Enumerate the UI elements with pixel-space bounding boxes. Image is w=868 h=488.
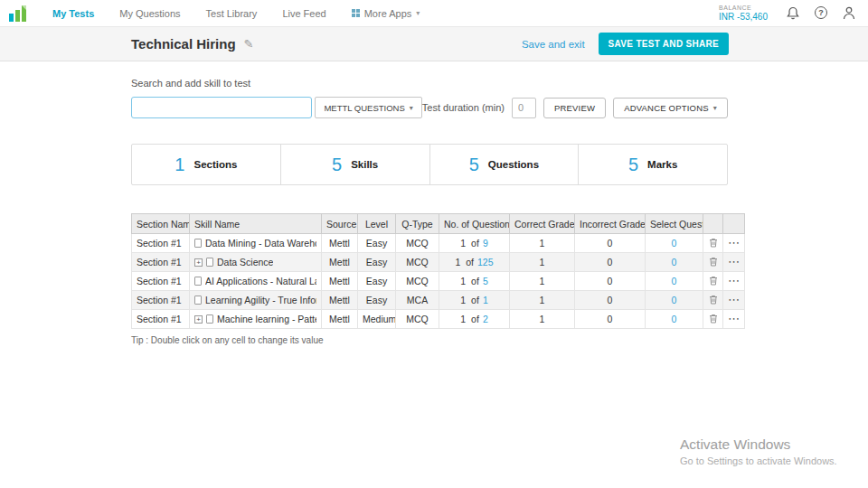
section-cell[interactable]: Section #1: [132, 310, 190, 329]
question-total-link[interactable]: 2: [483, 314, 488, 324]
qtype-cell[interactable]: MCQ: [396, 272, 439, 291]
incorrect-grade-cell[interactable]: 0: [575, 253, 646, 272]
trash-icon[interactable]: [709, 295, 718, 305]
nav-live-feed[interactable]: Live Feed: [282, 8, 326, 19]
question-total-link[interactable]: 1: [483, 295, 488, 305]
more-cell[interactable]: ⋯: [723, 234, 745, 253]
mettl-logo[interactable]: [9, 5, 29, 22]
ellipsis-icon[interactable]: ⋯: [728, 274, 741, 287]
incorrect-grade-cell[interactable]: 0: [575, 272, 646, 291]
source-cell[interactable]: Mettl: [322, 253, 358, 272]
source-cell[interactable]: Mettl: [322, 310, 358, 329]
trash-icon[interactable]: [709, 314, 718, 324]
qtype-cell[interactable]: MCA: [396, 291, 439, 310]
qtype-cell[interactable]: MCQ: [396, 310, 439, 329]
correct-grade-cell[interactable]: 1: [510, 310, 575, 329]
select-question-cell[interactable]: 0: [646, 310, 703, 329]
level-cell[interactable]: Easy: [358, 253, 396, 272]
skill-cell[interactable]: Data Mining - Data Warehou: [190, 234, 322, 253]
expand-plus-icon[interactable]: +: [194, 315, 203, 324]
delete-cell[interactable]: [703, 291, 723, 310]
skill-cell[interactable]: Learning Agility - True Infor: [190, 291, 322, 310]
incorrect-grade-cell[interactable]: 0: [575, 234, 646, 253]
question-count[interactable]: 1: [460, 276, 466, 286]
skill-cell[interactable]: AI Applications - Natural Lan: [190, 272, 322, 291]
delete-cell[interactable]: [703, 253, 723, 272]
delete-cell[interactable]: [703, 234, 723, 253]
incorrect-grade-cell[interactable]: 0: [575, 291, 646, 310]
select-question-link[interactable]: 0: [672, 238, 677, 249]
questions-cell[interactable]: 1of125: [439, 253, 510, 272]
correct-grade-cell[interactable]: 1: [510, 234, 575, 253]
level-cell[interactable]: Easy: [358, 291, 396, 310]
select-question-link[interactable]: 0: [672, 295, 677, 305]
question-count[interactable]: 1: [460, 295, 466, 305]
section-cell[interactable]: Section #1: [132, 291, 190, 310]
trash-icon[interactable]: [709, 276, 718, 286]
trash-icon[interactable]: [709, 257, 718, 267]
more-cell[interactable]: ⋯: [723, 291, 745, 310]
ellipsis-icon[interactable]: ⋯: [728, 293, 741, 306]
more-cell[interactable]: ⋯: [723, 272, 745, 291]
select-question-link[interactable]: 0: [672, 314, 677, 324]
more-cell[interactable]: ⋯: [723, 310, 745, 329]
ellipsis-icon[interactable]: ⋯: [728, 312, 741, 325]
question-count[interactable]: 1: [460, 314, 466, 324]
nav-my-questions[interactable]: My Questions: [119, 8, 180, 19]
nav-more-apps[interactable]: More Apps ▾: [352, 8, 420, 19]
skill-search-input[interactable]: [131, 97, 312, 118]
correct-grade-cell[interactable]: 1: [510, 272, 575, 291]
level-cell[interactable]: Easy: [358, 234, 396, 253]
qtype-cell[interactable]: MCQ: [396, 234, 439, 253]
delete-cell[interactable]: [703, 272, 723, 291]
test-duration-input[interactable]: [512, 98, 536, 118]
question-total-link[interactable]: 5: [483, 276, 488, 286]
source-cell[interactable]: Mettl: [322, 291, 358, 310]
incorrect-grade-cell[interactable]: 0: [575, 310, 646, 329]
correct-grade-cell[interactable]: 1: [510, 253, 575, 272]
notifications-button[interactable]: [787, 6, 799, 20]
correct-grade-cell[interactable]: 1: [510, 291, 575, 310]
preview-button[interactable]: PREVIEW: [543, 98, 606, 118]
select-question-link[interactable]: 0: [672, 276, 677, 286]
select-question-cell[interactable]: 0: [646, 291, 703, 310]
nav-my-tests[interactable]: My Tests: [52, 8, 94, 19]
trash-icon[interactable]: [709, 238, 718, 248]
profile-button[interactable]: [843, 6, 855, 20]
nav-test-library[interactable]: Test Library: [206, 8, 258, 19]
more-cell[interactable]: ⋯: [723, 253, 745, 272]
questions-cell[interactable]: 1of5: [439, 272, 510, 291]
select-question-cell[interactable]: 0: [646, 234, 703, 253]
question-count[interactable]: 1: [455, 257, 460, 267]
select-question-cell[interactable]: 0: [646, 253, 703, 272]
skill-cell[interactable]: + Machine learning - Pattern R: [190, 310, 322, 329]
source-cell[interactable]: Mettl: [322, 272, 358, 291]
mettl-questions-dropdown[interactable]: METTL QUESTIONS ▾: [315, 97, 421, 118]
questions-cell[interactable]: 1of1: [439, 291, 510, 310]
source-cell[interactable]: Mettl: [322, 234, 358, 253]
question-count[interactable]: 1: [460, 238, 466, 249]
delete-cell[interactable]: [703, 310, 723, 329]
questions-cell[interactable]: 1of9: [439, 234, 510, 253]
select-question-link[interactable]: 0: [672, 257, 677, 267]
expand-plus-icon[interactable]: +: [194, 258, 203, 267]
level-cell[interactable]: Easy: [358, 272, 396, 291]
titlebar-actions: Save and exit SAVE TEST AND SHARE: [522, 33, 729, 55]
advance-options-dropdown[interactable]: ADVANCE OPTIONS ▾: [613, 98, 728, 118]
ellipsis-icon[interactable]: ⋯: [728, 255, 741, 268]
section-cell[interactable]: Section #1: [132, 272, 190, 291]
edit-title-icon[interactable]: ✎: [244, 37, 254, 51]
save-test-and-share-button[interactable]: SAVE TEST AND SHARE: [599, 33, 729, 55]
question-total-link[interactable]: 125: [477, 257, 494, 267]
ellipsis-icon[interactable]: ⋯: [728, 236, 741, 249]
questions-cell[interactable]: 1of2: [439, 310, 510, 329]
section-cell[interactable]: Section #1: [132, 234, 190, 253]
select-question-cell[interactable]: 0: [646, 272, 703, 291]
save-and-exit-link[interactable]: Save and exit: [522, 39, 585, 50]
skill-cell[interactable]: + Data Science: [190, 253, 322, 272]
level-cell[interactable]: Medium: [358, 310, 396, 329]
qtype-cell[interactable]: MCQ: [396, 253, 439, 272]
question-total-link[interactable]: 9: [483, 238, 488, 249]
section-cell[interactable]: Section #1: [132, 253, 190, 272]
help-button[interactable]: ?: [815, 6, 827, 19]
